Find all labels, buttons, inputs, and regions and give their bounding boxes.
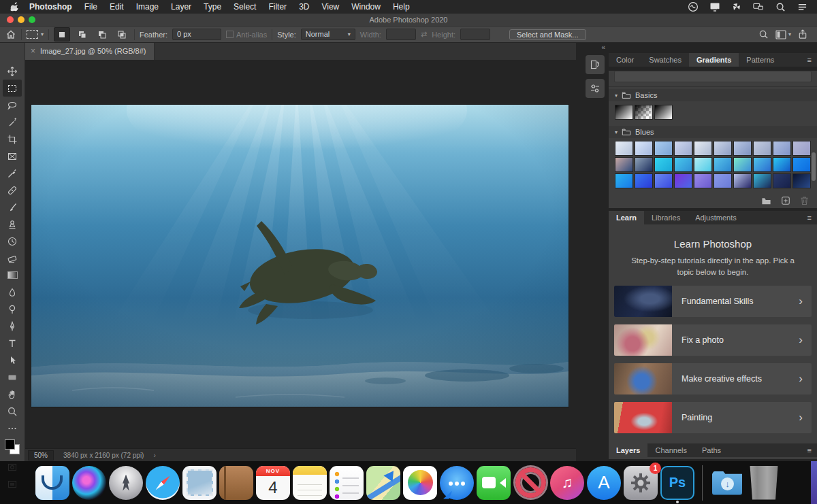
lasso-tool[interactable]: [3, 97, 22, 114]
dock-calendar-icon[interactable]: NOV 4: [256, 466, 290, 500]
panel-menu-icon[interactable]: ≡: [807, 446, 817, 454]
gradient-swatch-blues-26[interactable]: [714, 173, 732, 188]
clone-stamp-tool[interactable]: [3, 216, 22, 233]
dock-siri-icon[interactable]: [72, 466, 106, 500]
swap-dimensions-icon[interactable]: ⇄: [421, 30, 427, 39]
pen-tool[interactable]: [3, 318, 22, 335]
gradient-swatch-blues-23[interactable]: [654, 173, 673, 188]
move-tool[interactable]: [3, 63, 22, 80]
tab-color[interactable]: Color: [609, 53, 641, 67]
dodge-tool[interactable]: [3, 301, 22, 318]
zoom-level-field[interactable]: 50%: [28, 450, 54, 460]
status-chevron-icon[interactable]: ›: [153, 452, 155, 459]
foreground-color-swatch[interactable]: [5, 439, 15, 450]
dock-reminders-icon[interactable]: [330, 466, 364, 500]
tab-channels[interactable]: Channels: [647, 443, 694, 457]
dock-contacts-icon[interactable]: [219, 466, 253, 500]
eyedropper-tool[interactable]: [3, 165, 22, 182]
gradient-swatch-blues-10[interactable]: [792, 141, 811, 156]
style-select[interactable]: Normal▾: [301, 29, 355, 40]
apple-logo-icon[interactable]: [10, 2, 19, 12]
object-selection-tool[interactable]: [3, 114, 22, 131]
gradient-swatch-blues-30[interactable]: [792, 173, 811, 188]
history-panel-icon[interactable]: [586, 55, 605, 74]
blur-tool[interactable]: [3, 284, 22, 301]
new-gradient-group-icon[interactable]: [761, 197, 771, 205]
dock-maps-icon[interactable]: [366, 466, 400, 500]
workspace-switcher[interactable]: ▾: [775, 30, 791, 39]
display-icon[interactable]: [709, 1, 720, 12]
height-input[interactable]: [460, 29, 490, 40]
gradient-swatch-blues-1[interactable]: [615, 141, 633, 156]
gradient-swatch-blues-29[interactable]: [773, 173, 791, 188]
gradient-group-blues[interactable]: ▾ Blues: [609, 126, 817, 138]
gradient-swatch-blues-21[interactable]: [615, 173, 633, 188]
gradient-swatch-blues-7[interactable]: [733, 141, 752, 156]
feather-input[interactable]: 0 px: [172, 29, 221, 40]
gradients-scrollbar[interactable]: [812, 152, 816, 181]
dock-safari-icon[interactable]: [146, 466, 180, 500]
dock-music-icon[interactable]: ♫: [550, 466, 584, 500]
menu-item-help[interactable]: Help: [387, 0, 416, 14]
foreground-background-color-swatches[interactable]: [5, 439, 20, 454]
chevron-down-icon[interactable]: ▾: [615, 93, 618, 99]
add-to-selection-mode-button[interactable]: [75, 28, 90, 41]
gradient-swatch-blues-19[interactable]: [773, 157, 791, 172]
gradient-swatch-blues-27[interactable]: [733, 173, 752, 188]
dock-photos-icon[interactable]: [403, 466, 437, 500]
learn-topic-painting[interactable]: Painting ›: [614, 402, 812, 433]
document-image[interactable]: [31, 105, 568, 407]
gradient-swatch-blues-2[interactable]: [635, 141, 653, 156]
eraser-tool[interactable]: [3, 250, 22, 267]
menu-item-filter[interactable]: Filter: [262, 0, 293, 14]
gradient-swatch-blues-11[interactable]: [615, 157, 633, 172]
dock-trash-icon[interactable]: [747, 466, 781, 500]
gradient-swatch-blues-12[interactable]: [635, 157, 653, 172]
menu-item-photoshop[interactable]: Photoshop: [23, 0, 78, 14]
notification-center-icon[interactable]: [797, 1, 807, 12]
gradient-swatch-blues-13[interactable]: [654, 157, 673, 172]
rectangle-tool[interactable]: [3, 369, 22, 386]
tab-libraries[interactable]: Libraries: [644, 211, 688, 224]
path-selection-tool[interactable]: [3, 352, 22, 369]
panel-menu-icon[interactable]: ≡: [807, 56, 817, 64]
gradient-search-field[interactable]: [614, 71, 812, 82]
new-gradient-icon[interactable]: [781, 196, 790, 205]
gradient-swatch-blues-3[interactable]: [654, 141, 673, 156]
new-selection-mode-button[interactable]: [54, 27, 70, 41]
dock-photoshop-icon[interactable]: Ps: [660, 466, 694, 500]
menu-item-window[interactable]: Window: [345, 0, 387, 14]
tab-patterns[interactable]: Patterns: [739, 53, 782, 67]
gradient-group-basics[interactable]: ▾ Basics: [609, 89, 817, 101]
tab-layers[interactable]: Layers: [609, 443, 647, 457]
dock-notes-icon[interactable]: [293, 466, 327, 500]
menu-item-image[interactable]: Image: [130, 0, 165, 14]
gradient-swatch-blues-9[interactable]: [773, 141, 791, 156]
intersect-selection-mode-button[interactable]: [114, 28, 129, 41]
gradient-swatch-blues-6[interactable]: [714, 141, 732, 156]
panel-menu-icon[interactable]: ≡: [807, 214, 817, 222]
menu-item-layer[interactable]: Layer: [165, 0, 197, 14]
learn-topic-fundamental-skills[interactable]: Fundamental Skills ›: [614, 286, 812, 317]
dock-prohibited-icon[interactable]: [513, 466, 547, 500]
gradient-tool[interactable]: [3, 267, 22, 284]
fan-icon[interactable]: [731, 1, 742, 12]
tab-adjustments[interactable]: Adjustments: [688, 211, 744, 224]
document-tab[interactable]: × Image_27.jpg @ 50% (RGB/8#): [25, 42, 155, 60]
dock-app-store-icon[interactable]: A: [587, 466, 621, 500]
gradient-swatch-blues-24[interactable]: [674, 173, 692, 188]
spot-healing-brush-tool[interactable]: [3, 182, 22, 199]
crop-tool[interactable]: [3, 131, 22, 148]
gradient-swatch-blues-28[interactable]: [753, 173, 771, 188]
rectangular-marquee-tool[interactable]: [3, 80, 22, 97]
gradient-swatch-black-to-white-soft[interactable]: [654, 105, 673, 120]
hand-tool[interactable]: [3, 386, 22, 403]
anti-alias-checkbox[interactable]: [226, 31, 234, 38]
tab-swatches[interactable]: Swatches: [641, 53, 689, 67]
edit-toolbar-ellipsis-icon[interactable]: [3, 420, 22, 437]
select-and-mask-button[interactable]: Select and Mask...: [509, 29, 586, 40]
properties-panel-icon[interactable]: [586, 79, 605, 98]
brush-tool[interactable]: [3, 199, 22, 216]
menu-item-view[interactable]: View: [315, 0, 345, 14]
gradient-swatch-blues-17[interactable]: [733, 157, 752, 172]
